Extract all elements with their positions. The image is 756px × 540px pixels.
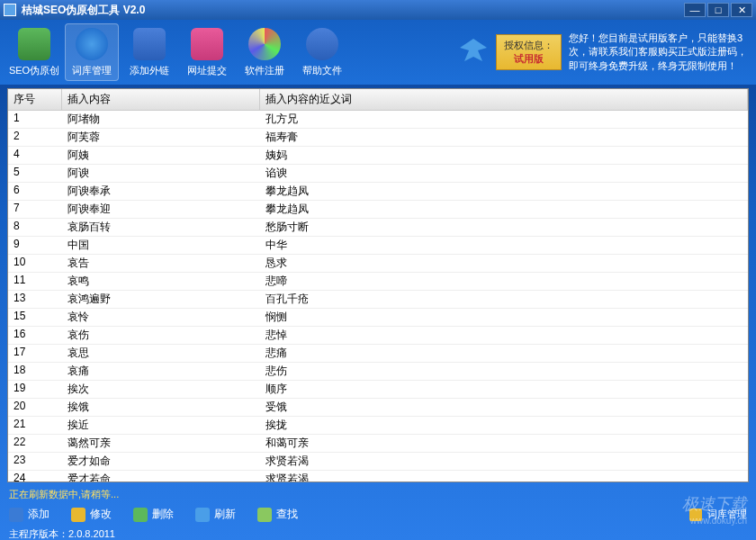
- link-icon: [133, 28, 166, 60]
- footer-right-link[interactable]: 词库管理: [689, 508, 747, 521]
- add-label: 添加: [28, 507, 50, 522]
- cell-synonym: 悲伤: [260, 363, 748, 380]
- cell-num: 16: [8, 327, 62, 344]
- cell-content: 挨饿: [62, 399, 260, 416]
- cell-synonym: 悯恻: [260, 309, 748, 326]
- grid-body[interactable]: 1阿堵物孔方兄2阿芙蓉福寿膏4阿姨姨妈5阿谀谄谀6阿谀奉承攀龙趋凤7阿谀奉迎攀龙…: [8, 111, 748, 482]
- bird-icon: [451, 34, 496, 70]
- edit-button[interactable]: 修改: [71, 507, 112, 522]
- window-controls: — □ ✕: [684, 3, 752, 17]
- toolbar-label: 网址提交: [187, 64, 227, 77]
- table-row[interactable]: 4阿姨姨妈: [8, 147, 748, 165]
- auth-status: 试用版: [504, 52, 554, 66]
- cell-content: 哀鸿遍野: [62, 291, 260, 308]
- cell-content: 蔼然可亲: [62, 435, 260, 452]
- data-grid: 序号 插入内容 插入内容的近义词 1阿堵物孔方兄2阿芙蓉福寿膏4阿姨姨妈5阿谀谄…: [7, 88, 749, 482]
- cell-synonym: 悲痛: [260, 345, 748, 362]
- refresh-label: 刷新: [214, 507, 236, 522]
- cell-num: 13: [8, 291, 62, 308]
- table-row[interactable]: 20挨饿受饿: [8, 399, 748, 417]
- cell-content: 阿谀: [62, 165, 260, 182]
- toolbar-link-button[interactable]: 添加外链: [122, 23, 176, 81]
- add-icon: [9, 508, 23, 522]
- bottom-toolbar: 添加 修改 删除 刷新 查找 词库管理: [0, 503, 756, 526]
- delete-label: 删除: [152, 507, 174, 522]
- cell-num: 10: [8, 255, 62, 272]
- table-row[interactable]: 11哀鸣悲啼: [8, 273, 748, 291]
- minimize-button[interactable]: —: [684, 3, 706, 17]
- cell-synonym: 姨妈: [260, 147, 748, 164]
- cell-synonym: 受饿: [260, 399, 748, 416]
- table-row[interactable]: 5阿谀谄谀: [8, 165, 748, 183]
- app-icon: [4, 4, 16, 16]
- table-row[interactable]: 24爱才若命求贤若渴: [8, 471, 748, 482]
- table-row[interactable]: 1阿堵物孔方兄: [8, 111, 748, 129]
- cell-content: 哀怜: [62, 309, 260, 326]
- cell-num: 23: [8, 453, 62, 470]
- table-row[interactable]: 7阿谀奉迎攀龙趋凤: [8, 201, 748, 219]
- add-button[interactable]: 添加: [9, 507, 50, 522]
- table-row[interactable]: 13哀鸿遍野百孔千疮: [8, 291, 748, 309]
- column-header-num[interactable]: 序号: [8, 89, 62, 110]
- cell-synonym: 求贤若渴: [260, 453, 748, 470]
- close-button[interactable]: ✕: [731, 3, 752, 17]
- cell-content: 哀告: [62, 255, 260, 272]
- cell-content: 哀思: [62, 345, 260, 362]
- search-icon: [257, 508, 272, 522]
- table-row[interactable]: 15哀怜悯恻: [8, 309, 748, 327]
- cell-content: 哀肠百转: [62, 219, 260, 236]
- cell-content: 爱才若命: [62, 471, 260, 482]
- cell-num: 21: [8, 417, 62, 434]
- cell-content: 阿芙蓉: [62, 129, 260, 146]
- table-row[interactable]: 23爱才如命求贤若渴: [8, 453, 748, 471]
- edit-icon: [71, 508, 86, 522]
- search-button[interactable]: 查找: [257, 507, 298, 522]
- cell-content: 挨近: [62, 417, 260, 434]
- table-row[interactable]: 21挨近挨拢: [8, 417, 748, 435]
- cell-content: 哀痛: [62, 363, 260, 380]
- cell-synonym: 悲啼: [260, 273, 748, 290]
- cell-num: 9: [8, 237, 62, 254]
- column-header-content[interactable]: 插入内容: [62, 89, 260, 110]
- delete-button[interactable]: 删除: [133, 507, 174, 522]
- toolbar-seo-button[interactable]: SEO伪原创: [7, 23, 61, 81]
- cell-num: 4: [8, 147, 62, 164]
- toolbar-register-button[interactable]: 软件注册: [238, 23, 292, 81]
- table-row[interactable]: 6阿谀奉承攀龙趋凤: [8, 183, 748, 201]
- cell-num: 17: [8, 345, 62, 362]
- cell-synonym: 攀龙趋凤: [260, 201, 748, 218]
- table-row[interactable]: 10哀告恳求: [8, 255, 748, 273]
- register-icon: [248, 28, 281, 60]
- cell-synonym: 顺序: [260, 381, 748, 398]
- table-row[interactable]: 19挨次顺序: [8, 381, 748, 399]
- trial-info-text: 您好！您目前是试用版客户，只能替换3次，请联系我们客服购买正式版注册码，即可终身…: [569, 32, 749, 73]
- table-row[interactable]: 22蔼然可亲和蔼可亲: [8, 435, 748, 453]
- cell-synonym: 百孔千疮: [260, 291, 748, 308]
- cell-synonym: 求贤若渴: [260, 471, 748, 482]
- refresh-button[interactable]: 刷新: [195, 507, 236, 522]
- toolbar-dict-button[interactable]: 词库管理: [65, 23, 119, 81]
- cell-num: 19: [8, 381, 62, 398]
- column-header-synonym[interactable]: 插入内容的近义词: [260, 89, 748, 110]
- cell-num: 11: [8, 273, 62, 290]
- table-row[interactable]: 18哀痛悲伤: [8, 363, 748, 381]
- table-row[interactable]: 8哀肠百转愁肠寸断: [8, 219, 748, 237]
- cell-num: 22: [8, 435, 62, 452]
- cell-content: 哀鸣: [62, 273, 260, 290]
- table-row[interactable]: 2阿芙蓉福寿膏: [8, 129, 748, 147]
- table-row[interactable]: 9中国中华: [8, 237, 748, 255]
- toolbar-submit-button[interactable]: 网址提交: [180, 23, 234, 81]
- cell-synonym: 谄谀: [260, 165, 748, 182]
- cell-synonym: 攀龙趋凤: [260, 183, 748, 200]
- cell-content: 爱才如命: [62, 453, 260, 470]
- cell-content: 阿谀奉承: [62, 183, 260, 200]
- cell-num: 2: [8, 129, 62, 146]
- maximize-button[interactable]: □: [707, 3, 729, 17]
- toolbar-help-button[interactable]: 帮助文件: [295, 23, 349, 81]
- table-row[interactable]: 17哀思悲痛: [8, 345, 748, 363]
- refresh-icon: [195, 508, 210, 522]
- grid-header: 序号 插入内容 插入内容的近义词: [8, 89, 748, 111]
- cell-synonym: 恳求: [260, 255, 748, 272]
- window-title: 桔城SEO伪原创工具 V2.0: [22, 3, 684, 18]
- table-row[interactable]: 16哀伤悲悼: [8, 327, 748, 345]
